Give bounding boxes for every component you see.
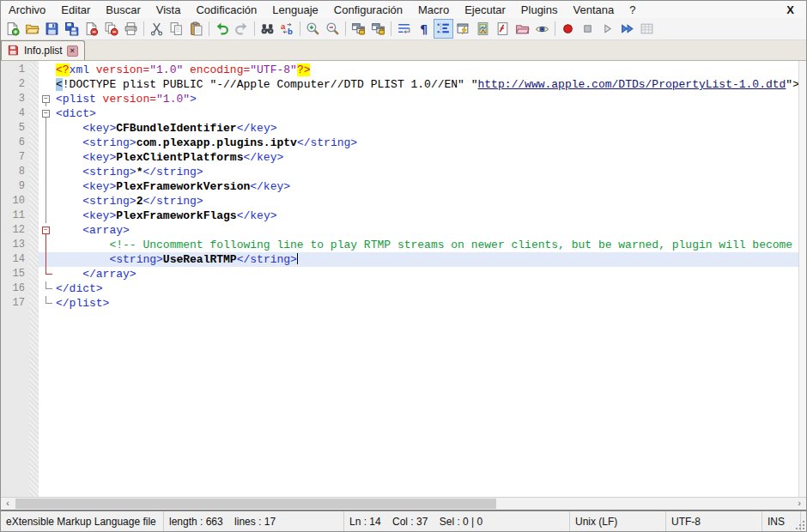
resize-grip[interactable]	[801, 519, 806, 531]
code-text[interactable]: <array>	[56, 223, 798, 238]
code-text[interactable]: <key>PlexFrameworkFlags</key>	[56, 209, 798, 223]
bookmark-cell[interactable]	[29, 296, 39, 311]
bookmark-cell[interactable]	[29, 106, 39, 121]
document-map-icon[interactable]	[473, 19, 493, 39]
menu-item-ventana[interactable]: Ventana	[565, 3, 622, 17]
sync-vertical-scroll-icon[interactable]	[349, 19, 368, 39]
close-file-icon[interactable]	[82, 19, 101, 39]
menu-item-macro[interactable]: Macro	[410, 3, 457, 17]
code-text[interactable]: <key>PlexFrameworkVersion</key>	[56, 179, 798, 194]
code-text[interactable]: <key>PlexClientPlatforms</key>	[56, 150, 798, 165]
line-number[interactable]: 10	[1, 194, 29, 209]
bookmark-cell[interactable]	[29, 238, 39, 252]
menu-item-archivo[interactable]: Archivo	[1, 3, 53, 17]
bookmark-cell[interactable]	[29, 136, 39, 150]
menu-item-codificaci-n[interactable]: Codificación	[188, 3, 264, 17]
scroll-right-arrow-icon[interactable]: ›	[792, 498, 806, 510]
horizontal-scrollbar[interactable]: ‹ ›	[1, 497, 806, 511]
bookmark-cell[interactable]	[29, 267, 39, 281]
bookmark-cell[interactable]	[29, 281, 39, 296]
horizontal-scroll-thumb[interactable]	[15, 499, 496, 509]
print-icon[interactable]	[121, 19, 141, 39]
show-all-characters-icon[interactable]	[414, 19, 434, 39]
bookmark-cell[interactable]	[29, 209, 39, 223]
code-text[interactable]: <!DOCTYPE plist PUBLIC "-//Apple Compute…	[56, 77, 798, 92]
fold-collapse-icon[interactable]: −	[42, 227, 50, 234]
bookmark-cell[interactable]	[29, 179, 39, 194]
code-text[interactable]: <string>com.plexapp.plugins.iptv</string…	[56, 136, 798, 150]
code-text[interactable]: <!-- Uncomment following line to play RT…	[56, 238, 798, 252]
monitoring-icon[interactable]	[532, 19, 552, 39]
menu-item-vista[interactable]: Vista	[149, 3, 189, 17]
bookmark-cell[interactable]	[29, 223, 39, 238]
line-number[interactable]: 15	[1, 267, 29, 281]
stop-macro-icon[interactable]	[578, 19, 598, 39]
paste-icon[interactable]	[186, 19, 206, 39]
fold-margin-cell[interactable]: −	[39, 106, 56, 121]
code-text[interactable]: <string>2</string>	[56, 194, 798, 209]
line-number[interactable]: 5	[1, 121, 29, 136]
bookmark-cell[interactable]	[29, 165, 39, 179]
line-number[interactable]: 9	[1, 179, 29, 194]
vertical-scrollbar[interactable]	[798, 61, 806, 497]
menu-item-ejecutar[interactable]: Ejecutar	[457, 3, 513, 17]
code-text[interactable]: <string>*</string>	[56, 165, 798, 179]
bookmark-cell[interactable]	[29, 252, 39, 267]
code-text[interactable]: <key>CFBundleIdentifier</key>	[56, 121, 798, 136]
menu-item-?[interactable]: ?	[622, 3, 643, 17]
menu-item-editar[interactable]: Editar	[53, 3, 98, 17]
line-number[interactable]: 12	[1, 223, 29, 238]
line-number[interactable]: 16	[1, 281, 29, 296]
line-number[interactable]: 14	[1, 252, 29, 267]
fold-margin-cell[interactable]: −	[39, 92, 56, 106]
code-text[interactable]: </dict>	[56, 281, 798, 296]
bookmark-cell[interactable]	[29, 77, 39, 92]
menu-item-plugins[interactable]: Plugins	[513, 3, 566, 17]
fold-margin-cell[interactable]: −	[39, 223, 56, 238]
save-all-icon[interactable]	[62, 19, 82, 39]
undo-icon[interactable]	[212, 19, 232, 39]
code-text[interactable]: <plist version="1.0">	[56, 92, 798, 106]
line-number[interactable]: 1	[1, 63, 29, 77]
zoom-out-icon[interactable]	[323, 19, 343, 39]
show-indent-guide-icon[interactable]	[434, 19, 453, 39]
bookmark-cell[interactable]	[29, 121, 39, 136]
bookmark-cell[interactable]	[29, 92, 39, 106]
code-text[interactable]: <dict>	[56, 106, 798, 121]
find-icon[interactable]	[258, 19, 277, 39]
line-number[interactable]: 11	[1, 209, 29, 223]
quick-launch-icon[interactable]	[453, 19, 473, 39]
play-macro-icon[interactable]	[598, 19, 617, 39]
function-list-icon[interactable]	[493, 19, 513, 39]
zoom-in-icon[interactable]	[303, 19, 323, 39]
code-text[interactable]: </array>	[56, 267, 798, 281]
replace-icon[interactable]	[277, 19, 297, 39]
code-text[interactable]: <string>UseRealRTMP</string>	[56, 252, 798, 267]
save-macro-icon[interactable]	[637, 19, 657, 39]
fold-collapse-icon[interactable]: −	[42, 110, 50, 118]
close-all-icon[interactable]	[101, 19, 121, 39]
code-editor[interactable]: 1<?xml version="1.0" encoding="UTF-8"?>2…	[1, 61, 806, 511]
window-close-button[interactable]: X	[783, 3, 798, 16]
run-macro-multiple-icon[interactable]	[617, 19, 637, 39]
menu-item-buscar[interactable]: Buscar	[98, 3, 148, 17]
line-number[interactable]: 4	[1, 106, 29, 121]
menu-item-configuraci-n[interactable]: Configuración	[326, 3, 410, 17]
code-text[interactable]: <?xml version="1.0" encoding="UTF-8"?>	[56, 63, 798, 77]
bookmark-cell[interactable]	[29, 63, 39, 77]
sync-horizontal-scroll-icon[interactable]	[368, 19, 388, 39]
line-number[interactable]: 3	[1, 92, 29, 106]
open-file-icon[interactable]	[22, 19, 42, 39]
cut-icon[interactable]	[147, 19, 167, 39]
menu-item-lenguaje[interactable]: Lenguaje	[264, 3, 326, 17]
scroll-left-arrow-icon[interactable]: ‹	[1, 498, 15, 510]
fold-collapse-icon[interactable]: −	[42, 95, 50, 103]
code-lines[interactable]: 1<?xml version="1.0" encoding="UTF-8"?>2…	[1, 63, 798, 311]
line-number[interactable]: 13	[1, 238, 29, 252]
tab-info-plist[interactable]: Info.plist ×	[1, 40, 85, 60]
record-macro-icon[interactable]	[558, 19, 578, 39]
tab-close-icon[interactable]: ×	[67, 45, 78, 57]
line-number[interactable]: 2	[1, 77, 29, 92]
save-file-icon[interactable]	[42, 19, 62, 39]
line-number[interactable]: 8	[1, 165, 29, 179]
